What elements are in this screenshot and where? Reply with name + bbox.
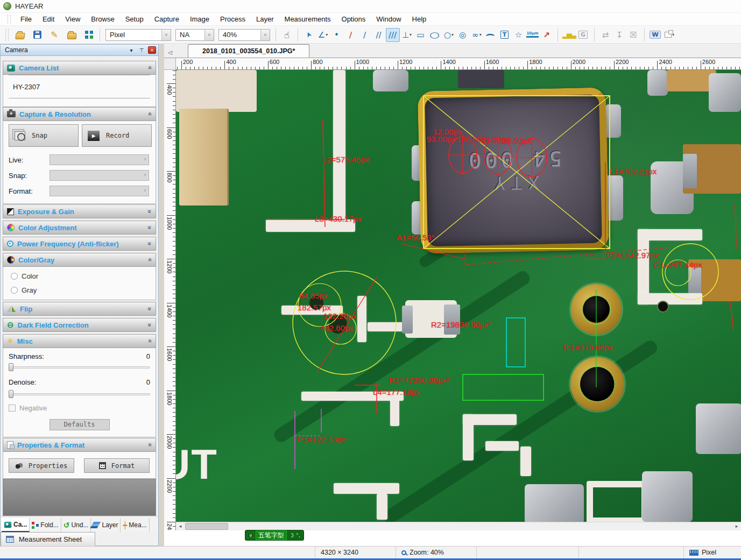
label-R2[interactable]: R2=19836.00px² — [431, 320, 491, 329]
snap-button[interactable]: Snap — [9, 124, 79, 147]
menu-item[interactable]: Process — [215, 13, 251, 25]
denoise-slider[interactable] — [9, 390, 150, 398]
parallel-lines-tool[interactable]: ∕∕ — [372, 28, 386, 42]
segment-tool[interactable]: ∕ — [358, 28, 372, 42]
unit-combobox[interactable]: Pixel — [105, 29, 171, 41]
combo-arrow-icon[interactable] — [204, 30, 214, 40]
rectangle-tool[interactable]: ▭ — [414, 28, 428, 42]
tab-undo[interactable]: ↺ Und... — [61, 518, 91, 532]
tab-measure[interactable]: ┿ Mea... — [121, 518, 149, 532]
section-camera-list[interactable]: Camera List » — [3, 61, 156, 75]
ime-bar[interactable]: « 五笔字型 ☽ °, — [245, 530, 304, 541]
menu-item[interactable]: Setup — [120, 13, 149, 25]
section-color-gray[interactable]: Color/Gray » — [3, 253, 156, 267]
slider-thumb[interactable] — [9, 363, 13, 371]
tab-folders[interactable]: Fold... — [30, 518, 61, 532]
measurement-sheet-tab[interactable]: Measurement Sheet — [1, 532, 95, 547]
menu-item[interactable]: Edit — [37, 13, 60, 25]
section-power-frequency[interactable]: Power Frequency (Anti-flicker) » — [3, 237, 156, 251]
two-circles-tool[interactable]: ∞▾ — [470, 28, 484, 42]
live-resolution-combobox[interactable] — [50, 154, 149, 165]
collapse-icon[interactable]: » — [146, 112, 154, 116]
menu-item[interactable]: Layer — [251, 13, 279, 25]
text-tool[interactable]: T — [498, 28, 512, 42]
line-tool[interactable]: ∕ — [344, 28, 358, 42]
menu-item[interactable]: Image — [185, 13, 215, 25]
zoom-combobox[interactable]: 40% — [218, 29, 270, 41]
menu-item[interactable]: Options — [336, 13, 371, 25]
word-export-icon[interactable]: W — [648, 28, 662, 42]
section-exposure-gain[interactable]: Exposure & Gain » — [3, 204, 156, 218]
format-combobox[interactable] — [50, 186, 149, 196]
point-tool[interactable]: • — [330, 28, 344, 42]
ime-chevron-icon[interactable]: « — [247, 533, 254, 538]
tab-layer[interactable]: Layer — [91, 518, 121, 532]
snap-resolution-combobox[interactable] — [50, 170, 149, 181]
histogram-icon[interactable]: ▂▅▃ — [562, 28, 576, 42]
format-button[interactable]: Format — [84, 458, 150, 473]
angle-tool[interactable]: ∠▾ — [316, 28, 330, 42]
star-tool[interactable]: ☆ — [512, 28, 526, 42]
arrow-tool[interactable]: ↗ — [540, 28, 554, 42]
open-file-icon[interactable] — [13, 28, 27, 42]
label-d5[interactable]: 32.00px — [503, 136, 531, 145]
negative-checkbox[interactable]: Negative — [9, 404, 47, 412]
menu-item[interactable]: View — [60, 13, 86, 25]
pan-tool[interactable]: ☝ — [280, 28, 294, 42]
panel-splitter[interactable] — [159, 44, 164, 546]
radio-icon[interactable] — [11, 273, 18, 280]
sharpness-slider[interactable] — [9, 363, 150, 371]
section-misc[interactable]: ✳ Misc » — [3, 334, 156, 348]
label-L1[interactable]: L1=702.21px — [610, 167, 657, 176]
scale-bar-tool[interactable]: 10μm — [526, 28, 540, 42]
scrollbar-thumb[interactable] — [185, 523, 228, 530]
scroll-left-icon[interactable]: ◂ — [176, 522, 185, 530]
ime-punct-icon[interactable]: °, — [296, 533, 300, 538]
tab-camera[interactable]: Ca... — [2, 518, 30, 532]
objective-combobox[interactable]: NA — [175, 29, 214, 41]
properties-button[interactable]: Properties — [9, 458, 74, 473]
label-A1[interactable]: A1=56.53° — [397, 233, 435, 242]
collapse-icon[interactable]: » — [146, 258, 154, 262]
section-capture-resolution[interactable]: Capture & Resolution » — [3, 107, 156, 121]
panel-close-icon[interactable]: × — [148, 46, 156, 54]
expand-icon[interactable]: » — [146, 323, 154, 327]
section-properties-format[interactable]: Properties & Format » — [3, 438, 156, 452]
combo-arrow-icon[interactable] — [260, 30, 270, 40]
label-c4[interactable]: 482.60px — [320, 323, 354, 332]
collapse-icon[interactable]: » — [146, 443, 154, 447]
label-L4[interactable]: L4=177.18px — [373, 387, 420, 396]
expand-icon[interactable]: » — [146, 226, 154, 230]
ime-mode-label[interactable]: 五笔字型 — [256, 530, 287, 540]
image-canvas[interactable]: XTY 54 000 — [176, 70, 741, 522]
expand-icon[interactable]: » — [146, 242, 154, 246]
menu-item[interactable]: Measurements — [279, 13, 336, 25]
perpendicular-tool[interactable]: ⊥▾ — [400, 28, 414, 42]
label-P1[interactable]: P1=122.33px — [298, 435, 345, 444]
label-c2[interactable]: 182.57px — [298, 303, 331, 312]
camera-device-item[interactable]: HY-2307 — [3, 75, 156, 98]
browse-folder-icon[interactable] — [65, 28, 79, 42]
collapse-icon[interactable]: » — [146, 339, 154, 343]
gray-radio[interactable]: Gray — [11, 286, 37, 294]
defaults-button[interactable]: Defaults — [50, 419, 110, 430]
menu-item[interactable]: File — [15, 13, 37, 25]
collapse-icon[interactable]: » — [146, 66, 154, 70]
menu-item[interactable]: Browse — [86, 13, 119, 25]
arc-tool[interactable]: ( — [484, 28, 498, 42]
panel-dropdown-icon[interactable]: ▾ — [128, 47, 135, 53]
menu-item[interactable]: Help — [407, 13, 432, 25]
panel-pin-icon[interactable]: ⊤ — [138, 47, 145, 53]
label-R1[interactable]: R1=47250.00px² — [389, 375, 449, 385]
ime-moon-icon[interactable]: ☽ — [289, 532, 294, 539]
label-L2[interactable]: L2=575.46px — [322, 155, 369, 164]
edit-image-icon[interactable]: ✎ — [47, 28, 61, 42]
tab-nav-left-icon[interactable]: ◁ — [164, 47, 176, 58]
circle-tool[interactable]: ○▾ — [442, 28, 456, 42]
horizontal-scrollbar[interactable]: ◂ ▸ — [176, 522, 741, 530]
label-P2[interactable]: P2=1342.97px — [606, 251, 659, 260]
label-c3[interactable]: 132.20px — [323, 311, 357, 321]
multi-parallel-tool[interactable]: ∕∕∕ — [386, 28, 400, 42]
combo-arrow-icon[interactable] — [161, 30, 171, 40]
label-Tc1[interactable]: Tc1=378.06px — [562, 343, 613, 352]
